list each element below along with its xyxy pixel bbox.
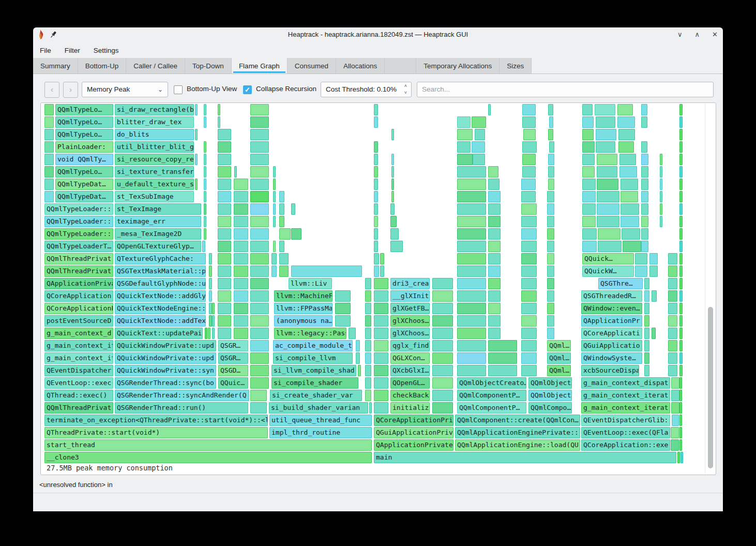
flame-node-small[interactable]	[488, 203, 501, 215]
flame-node[interactable]: QSGThre…	[598, 278, 643, 289]
flame-node-small[interactable]	[457, 241, 486, 252]
flame-node-small[interactable]	[644, 303, 649, 314]
flame-node-small[interactable]	[218, 290, 231, 302]
flame-node-small[interactable]	[668, 328, 677, 339]
flame-node-small[interactable]	[374, 315, 388, 327]
flame-node-small[interactable]	[668, 365, 677, 376]
flame-node[interactable]: llvm::MachineF	[274, 290, 332, 302]
flame-node-small[interactable]	[521, 203, 537, 215]
flame-node[interactable]: QWindowSyste…	[581, 352, 642, 364]
flame-node-small[interactable]	[521, 340, 537, 351]
flame-node-small[interactable]	[195, 154, 198, 165]
flame-node-small[interactable]	[365, 315, 371, 327]
flame-node-small[interactable]	[521, 315, 537, 327]
flame-node[interactable]: si_compile_shader	[271, 377, 358, 389]
flame-node-small[interactable]	[521, 253, 537, 264]
flame-node-small[interactable]	[473, 154, 485, 165]
flame-node[interactable]: QQmlComponentP…	[457, 390, 526, 401]
flame-node-small[interactable]	[365, 352, 371, 364]
flame-node-small[interactable]	[597, 216, 619, 227]
flame-node-small[interactable]	[641, 179, 648, 190]
flame-node-small[interactable]	[250, 340, 269, 351]
flame-node-small[interactable]	[597, 203, 619, 215]
flame-node-small[interactable]	[521, 265, 537, 277]
flame-node-small[interactable]	[679, 377, 682, 389]
flame-node-small[interactable]	[595, 104, 615, 115]
flame-node-small[interactable]	[212, 315, 215, 327]
flame-node-small[interactable]	[660, 154, 662, 165]
flame-node[interactable]: QQml…	[547, 352, 571, 364]
flame-node[interactable]: llvm::FPPassMa	[274, 303, 332, 314]
flame-node-small[interactable]	[660, 179, 662, 190]
flame-node[interactable]: QQmlTypeDat…	[55, 179, 113, 190]
close-button[interactable]: ✕	[712, 30, 718, 39]
flame-node-small[interactable]	[374, 166, 378, 178]
flame-node-small[interactable]	[488, 216, 501, 227]
flame-node-small[interactable]	[234, 241, 248, 252]
flame-node-small[interactable]	[660, 191, 662, 202]
flame-node-small[interactable]	[619, 154, 636, 165]
flame-node-small[interactable]	[44, 116, 54, 128]
flame-node-small[interactable]	[472, 116, 486, 128]
flame-node-small[interactable]	[365, 340, 371, 351]
flame-node-small[interactable]	[374, 154, 378, 165]
flame-node-small[interactable]	[250, 278, 269, 289]
flame-node-small[interactable]	[522, 166, 536, 178]
flame-node-small[interactable]	[488, 104, 491, 115]
flame-node-small[interactable]	[679, 265, 683, 277]
flame-node[interactable]: g_main_context_dispat	[581, 377, 670, 389]
flame-node-small[interactable]	[679, 315, 683, 327]
flame-node-small[interactable]	[250, 328, 269, 339]
flame-node-small[interactable]	[635, 265, 647, 277]
flame-node-small[interactable]	[668, 253, 677, 264]
flame-node-small[interactable]	[273, 216, 276, 227]
flame-node-small[interactable]	[374, 303, 388, 314]
flame-node-small[interactable]	[218, 241, 231, 252]
flame-node[interactable]: __glXInit	[390, 290, 430, 302]
flame-node-small[interactable]	[641, 228, 648, 240]
flame-node-small[interactable]	[521, 278, 537, 289]
flame-node[interactable]: QQmlApplicationEnginePrivate::	[455, 427, 580, 438]
flame-node-small[interactable]	[204, 116, 206, 128]
flame-node-small[interactable]	[391, 179, 394, 190]
flame-node-small[interactable]	[660, 203, 662, 215]
flame-node-small[interactable]	[679, 427, 682, 438]
flame-node[interactable]: QQuic…	[218, 377, 248, 389]
flame-node-small[interactable]	[547, 290, 554, 302]
flame-node-small[interactable]	[521, 216, 537, 227]
flame-node-small[interactable]	[369, 402, 372, 414]
flame-node-small[interactable]	[250, 154, 269, 165]
flame-node-small[interactable]	[488, 303, 501, 314]
tab-sizes[interactable]: Sizes	[500, 58, 532, 73]
flame-node-small[interactable]	[374, 340, 388, 351]
menu-filter[interactable]: Filter	[60, 44, 85, 57]
flame-node[interactable]: QQmlTypeLo…	[55, 116, 113, 128]
flame-node-small[interactable]	[488, 315, 501, 327]
flame-node-small[interactable]	[374, 290, 388, 302]
flame-node-small[interactable]	[679, 402, 682, 414]
flame-node-small[interactable]	[250, 241, 269, 252]
flame-node[interactable]: QGuiApplicationPriva	[374, 427, 453, 438]
flame-node-small[interactable]	[547, 228, 554, 240]
flame-node-small[interactable]	[374, 216, 378, 227]
flame-node-small[interactable]	[374, 116, 378, 128]
flame-node[interactable]: ac_compile_module_t	[273, 340, 353, 351]
flame-node-small[interactable]	[582, 191, 596, 202]
flame-node-small[interactable]	[679, 352, 683, 364]
flame-node-small[interactable]	[234, 290, 248, 302]
flame-node-small[interactable]	[679, 415, 682, 426]
flame-node-small[interactable]	[472, 141, 485, 153]
flame-node-small[interactable]	[548, 179, 554, 190]
flame-node[interactable]: QApplicationPrivate:	[374, 439, 453, 451]
flame-node-small[interactable]	[250, 179, 269, 190]
flame-node[interactable]: QQuickWindowPrivate::upd	[115, 340, 216, 351]
flame-node[interactable]: llvm::Liv	[289, 278, 332, 289]
flame-node-small[interactable]	[582, 216, 596, 227]
flame-node[interactable]: si_draw_rectangle(b	[115, 104, 194, 115]
flame-node-small[interactable]	[617, 104, 633, 115]
flame-node-small[interactable]	[195, 104, 198, 115]
flame-node[interactable]: QApplicationPr	[581, 315, 642, 327]
flame-node-small[interactable]	[250, 402, 267, 414]
flame-node[interactable]: start_thread	[44, 439, 372, 451]
flame-node-small[interactable]	[390, 241, 403, 252]
